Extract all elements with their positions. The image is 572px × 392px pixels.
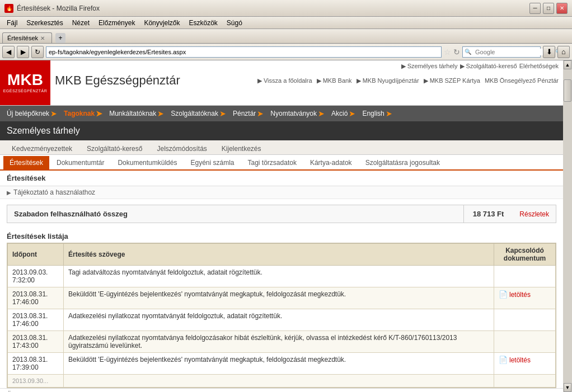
nav-akcio[interactable]: Akció ➤	[329, 108, 358, 119]
row-date-5: 2013.09.30...	[8, 375, 64, 388]
notifications-table: Időpont Értesítés szövege Kapcsolódó dok…	[7, 243, 556, 388]
row-doc-5	[494, 375, 556, 388]
search-engine-icon: 🔍	[463, 49, 473, 55]
scrollbar-down-button[interactable]: ▼	[564, 383, 571, 392]
address-input[interactable]	[46, 46, 442, 58]
nav-label-3: Szolgáltatóknak	[171, 110, 218, 117]
top-link-contact[interactable]: Elérhetőségek	[519, 63, 559, 70]
nav-employers[interactable]: Munkáltatóknak ➤	[107, 108, 166, 119]
nav-arrow-6: ➤	[349, 109, 355, 118]
col-header-date: Időpont	[8, 244, 64, 266]
pdf-icon-1: 📄	[499, 290, 508, 299]
reload-button[interactable]: ↻	[31, 46, 44, 58]
col-header-doc: Kapcsolódó dokumentum	[494, 244, 556, 266]
nav-label-6: Akció	[331, 110, 348, 117]
favorite-icon[interactable]: ☆	[444, 48, 451, 56]
nav-menu: Új belépőknek ➤ Tagoknak ➤ Munkáltatókna…	[0, 106, 563, 121]
tab2-member-data[interactable]: Tagi törzsadatok	[242, 156, 303, 169]
scrollbar-thumb[interactable]	[564, 79, 571, 102]
scrollbar-vertical[interactable]: ▲ ▼	[563, 60, 572, 392]
page-footer: Összesen 15 sor	[0, 388, 563, 392]
page-main: MKB EGÉSZSÉGPÉNZTÁR ▶ Személyes tárhely …	[0, 60, 563, 392]
balance-label: Szabadon felhasználható összeg	[7, 205, 464, 223]
tab2-eligible[interactable]: Szolgáltatásra jogosultak	[359, 156, 446, 169]
tab1-beneficiaries[interactable]: Kedvezményezettek	[4, 143, 79, 154]
nav-new-members[interactable]: Új belépőknek ➤	[4, 108, 59, 119]
close-button[interactable]: ✕	[556, 3, 568, 14]
menu-history[interactable]: Előzmények	[94, 18, 139, 28]
balance-box: Szabadon felhasználható összeg 18 713 Ft…	[7, 205, 556, 223]
row-text-1: Beküldött 'E-ügyintézés bejelentkezés' n…	[64, 287, 494, 309]
tab1-provider-search[interactable]: Szolgáltató-kereső	[79, 143, 149, 154]
maximize-button[interactable]: □	[543, 3, 554, 14]
sub-link-1[interactable]: ▶ MKB Bank	[317, 77, 352, 84]
download-link-4[interactable]: 📄 letöltés	[499, 356, 551, 364]
menu-tools[interactable]: Eszközök	[184, 18, 222, 28]
info-arrow-icon: ▶	[7, 190, 11, 196]
menu-bookmarks[interactable]: Könyvjelzők	[139, 18, 184, 28]
nav-arrow-0: ➤	[50, 109, 57, 118]
tab2-doc-send[interactable]: Dokumentumküldés	[111, 156, 183, 169]
sub-link-3[interactable]: ▶ MKB SZÉP Kártya	[424, 77, 480, 84]
nav-providers[interactable]: Szolgáltatóknak ➤	[168, 108, 228, 119]
minimize-button[interactable]: ─	[529, 3, 541, 14]
search-box: 🔍 🔍	[462, 46, 541, 58]
personal-space-title: Személyes tárhely	[0, 121, 563, 140]
tab-close-icon[interactable]: ✕	[40, 35, 45, 41]
top-link-provider[interactable]: ▶ Szolgáltató-kereső	[460, 63, 517, 70]
nav-nyomtatványok[interactable]: Nyomtatványok ➤	[268, 108, 327, 119]
mkb-title-row: MKB Egészségpénztár ▶ Vissza a főoldalra…	[50, 72, 563, 90]
info-text: Tájékoztató a használathoz	[13, 188, 95, 196]
nav-arrow-4: ➤	[257, 109, 264, 118]
menu-edit[interactable]: Szerkesztés	[22, 18, 67, 28]
nav-label-7: English	[362, 110, 384, 117]
window-controls: ─ □ ✕	[529, 3, 568, 14]
info-row: ▶ Tájékoztató a használathoz	[0, 186, 563, 199]
nav-penztár[interactable]: Pénztár ➤	[231, 108, 266, 119]
row-date-4: 2013.08.31. 17:39:00	[8, 353, 64, 375]
row-doc-0	[494, 266, 556, 287]
row-doc-2	[494, 309, 556, 331]
nav-label-2: Munkáltatóknak	[109, 110, 156, 117]
row-text-4: Beküldött 'E-ügyintézés bejelentkezés' n…	[64, 353, 494, 375]
refresh-icon[interactable]: ↻	[453, 48, 460, 56]
row-text-5	[64, 375, 494, 388]
address-bar: ◀ ▶ ↻ ☆ ↻ 🔍 🔍 ⬇ ⌂	[0, 44, 572, 60]
tab2-card-data[interactable]: Kártya-adatok	[304, 156, 358, 169]
table-row: 2013.08.31. 17:46:00 Adatkezelési nyilat…	[8, 309, 556, 331]
mkb-header: MKB EGÉSZSÉGPÉNZTÁR ▶ Személyes tárhely …	[0, 60, 563, 106]
browser-titlebar: 🔥 Értesítések - Mozilla Firefox ─ □ ✕	[0, 0, 572, 17]
back-button[interactable]: ◀	[2, 46, 15, 58]
new-tab-button[interactable]: +	[55, 33, 65, 43]
sub-link-0[interactable]: ▶ Vissza a főoldalra	[257, 77, 312, 84]
download-button[interactable]: ⬇	[543, 46, 555, 58]
tab2-individual[interactable]: Egyéni számla	[184, 156, 240, 169]
sub-link-2[interactable]: ▶ MKB Nyugdíjpénztár	[357, 77, 419, 84]
download-label-4: letöltés	[509, 356, 531, 364]
nav-label-0: Új belépőknek	[7, 110, 49, 117]
tab-bar: Értesítések ✕ +	[0, 29, 572, 44]
scrollbar-up-button[interactable]: ▲	[564, 60, 571, 69]
top-link-personal[interactable]: ▶ Személyes tárhely	[401, 63, 458, 70]
sub-link-4[interactable]: MKB Önsegélyező Pénztár	[485, 77, 559, 84]
personal-title-text: Személyes tárhely	[7, 126, 80, 135]
nav-english[interactable]: English ➤	[360, 108, 394, 119]
mkb-sub-links: ▶ Vissza a főoldalra ▶ MKB Bank ▶ MKB Ny…	[257, 77, 559, 84]
tab2-documents[interactable]: Dokumentumtár	[50, 156, 110, 169]
forward-button[interactable]: ▶	[17, 46, 29, 58]
download-link-1[interactable]: 📄 letöltés	[499, 290, 551, 299]
tab1-logout[interactable]: Kijelentkezés	[214, 143, 269, 154]
section-title: Értesítések	[0, 171, 563, 186]
tab1-password[interactable]: Jelszómódosítás	[149, 143, 214, 154]
menu-view[interactable]: Nézet	[68, 18, 94, 28]
nav-arrow-1: ➤	[96, 109, 102, 118]
menu-file[interactable]: Fájl	[2, 18, 22, 28]
menu-help[interactable]: Súgó	[222, 18, 247, 28]
nav-arrow-7: ➤	[386, 109, 392, 118]
tab2-notifications[interactable]: Értesítések	[3, 156, 49, 169]
balance-details-link[interactable]: Részletek	[513, 206, 556, 223]
tabs-row1: Kedvezményezettek Szolgáltató-kereső Jel…	[0, 140, 563, 155]
nav-members[interactable]: Tagoknak ➤	[62, 108, 105, 119]
home-button[interactable]: ⌂	[557, 46, 570, 58]
active-tab[interactable]: Értesítések ✕	[2, 32, 52, 43]
